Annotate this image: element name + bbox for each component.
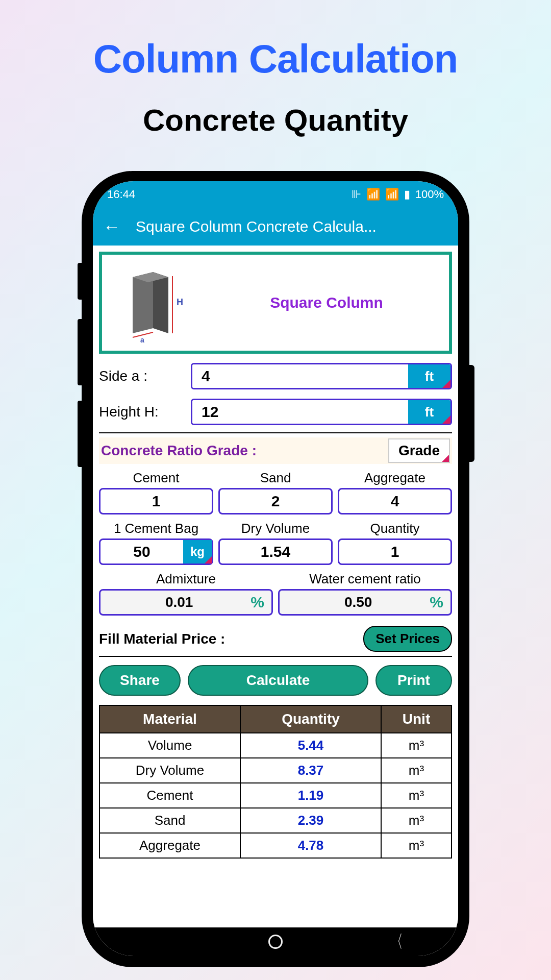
sand-header: Sand <box>260 467 291 488</box>
percent-icon: % <box>251 594 264 611</box>
cell-material: Cement <box>99 783 240 808</box>
phone-side-button <box>78 319 83 385</box>
bag-unit-button[interactable]: kg <box>183 540 212 564</box>
nav-home-icon[interactable] <box>268 935 283 949</box>
percent-icon: % <box>430 594 443 611</box>
phone-frame: 16:44 ⊪ 📶 📶 ▮ 100% ← Square Column Concr… <box>82 171 469 967</box>
quantity-input[interactable]: 1 <box>338 538 452 565</box>
side-a-input[interactable] <box>192 364 408 388</box>
table-header-row: Material Quantity Unit <box>99 705 452 733</box>
sand-input[interactable]: 2 <box>218 488 333 514</box>
price-row: Fill Material Price : Set Prices <box>99 626 452 652</box>
grade-button[interactable]: Grade <box>388 438 450 463</box>
diagram-label: Square Column <box>214 294 439 311</box>
side-a-input-wrap: ft <box>191 363 452 389</box>
height-input[interactable] <box>192 400 408 424</box>
cell-quantity: 2.39 <box>240 808 381 833</box>
height-label: Height H: <box>99 404 191 420</box>
hero-subtitle: Concrete Quantity <box>0 103 551 138</box>
th-material: Material <box>99 705 240 733</box>
appbar-title: Square Column Concrete Calcula... <box>136 218 377 235</box>
cell-material: Aggregate <box>99 833 240 858</box>
admixture-value: 0.01 <box>108 594 251 610</box>
cell-quantity: 8.37 <box>240 758 381 783</box>
bag-input[interactable]: 50 kg <box>99 538 213 565</box>
price-label: Fill Material Price : <box>99 631 363 647</box>
calculate-button[interactable]: Calculate <box>188 665 368 696</box>
cell-unit: m³ <box>381 808 452 833</box>
cell-unit: m³ <box>381 758 452 783</box>
ratio-trio-2: 1 Cement Bag 50 kg Dry Volume 1.54 Quant… <box>99 518 452 565</box>
svg-text:a: a <box>140 336 144 344</box>
phone-side-button <box>468 365 474 462</box>
table-row: Aggregate4.78m³ <box>99 833 452 858</box>
cement-header: Cement <box>133 467 179 488</box>
hero-title: Column Calculation <box>0 36 551 82</box>
quantity-header: Quantity <box>370 518 420 538</box>
admixture-input[interactable]: 0.01 % <box>99 589 273 616</box>
height-input-wrap: ft <box>191 399 452 425</box>
results-table: Material Quantity Unit Volume5.44m³Dry V… <box>99 705 452 859</box>
height-row: Height H: ft <box>99 399 452 425</box>
nav-back-icon[interactable]: 〈 <box>391 930 403 953</box>
aggregate-header: Aggregate <box>364 467 425 488</box>
actions-row: Share Calculate Print <box>99 665 452 696</box>
th-unit: Unit <box>381 705 452 733</box>
bag-value: 50 <box>101 543 183 560</box>
phone-side-button <box>78 401 83 467</box>
side-a-unit-button[interactable]: ft <box>408 364 450 388</box>
table-row: Cement1.19m³ <box>99 783 452 808</box>
screen: 16:44 ⊪ 📶 📶 ▮ 100% ← Square Column Concr… <box>93 181 458 956</box>
cell-unit: m³ <box>381 833 452 858</box>
svg-text:H: H <box>177 297 183 307</box>
divider <box>99 656 452 657</box>
vibrate-icon: ⊪ <box>352 188 361 201</box>
divider <box>99 432 452 433</box>
battery-text: 100% <box>415 188 444 201</box>
back-icon[interactable]: ← <box>103 217 120 237</box>
phone-side-button <box>78 263 83 300</box>
height-unit-button[interactable]: ft <box>408 400 450 424</box>
cell-material: Volume <box>99 733 240 758</box>
cell-quantity: 5.44 <box>240 733 381 758</box>
svg-marker-1 <box>153 272 168 333</box>
admixture-header: Admixture <box>156 568 216 589</box>
appbar: ← Square Column Concrete Calcula... <box>93 208 458 246</box>
ratio-row: Concrete Ratio Grade : Grade <box>99 437 452 464</box>
cement-input[interactable]: 1 <box>99 488 213 514</box>
ratio-duo: Admixture 0.01 % Water cement ratio 0.50… <box>99 568 452 616</box>
cell-quantity: 4.78 <box>240 833 381 858</box>
table-row: Sand2.39m³ <box>99 808 452 833</box>
table-row: Dry Volume8.37m³ <box>99 758 452 783</box>
dryvol-input[interactable]: 1.54 <box>218 538 333 565</box>
ratio-label: Concrete Ratio Grade : <box>101 443 388 459</box>
print-button[interactable]: Print <box>375 665 452 696</box>
wcr-value: 0.50 <box>287 594 430 610</box>
aggregate-input[interactable]: 4 <box>338 488 452 514</box>
diagram-card: H a Square Column <box>99 252 452 354</box>
ratio-trio-1: Cement 1 Sand 2 Aggregate 4 <box>99 467 452 514</box>
nav-recent-icon[interactable] <box>145 941 163 943</box>
status-right: ⊪ 📶 📶 ▮ 100% <box>352 188 444 201</box>
th-quantity: Quantity <box>240 705 381 733</box>
statusbar: 16:44 ⊪ 📶 📶 ▮ 100% <box>93 181 458 208</box>
battery-icon: ▮ <box>404 188 410 201</box>
signal-icon: 📶 <box>366 188 380 201</box>
cell-material: Sand <box>99 808 240 833</box>
table-row: Volume5.44m³ <box>99 733 452 758</box>
column-diagram: H a <box>112 262 194 344</box>
side-a-row: Side a : ft <box>99 363 452 389</box>
cell-quantity: 1.19 <box>240 783 381 808</box>
wcr-header: Water cement ratio <box>309 568 421 589</box>
status-time: 16:44 <box>107 188 135 201</box>
system-navbar: 〈 <box>93 927 458 956</box>
side-a-label: Side a : <box>99 368 191 384</box>
wcr-input[interactable]: 0.50 % <box>278 589 452 616</box>
cell-material: Dry Volume <box>99 758 240 783</box>
set-prices-button[interactable]: Set Prices <box>363 626 452 652</box>
dryvol-header: Dry Volume <box>241 518 310 538</box>
signal-icon: 📶 <box>385 188 399 201</box>
content[interactable]: H a Square Column Side a : ft Height H: … <box>93 246 458 927</box>
bag-header: 1 Cement Bag <box>114 518 198 538</box>
share-button[interactable]: Share <box>99 665 181 696</box>
